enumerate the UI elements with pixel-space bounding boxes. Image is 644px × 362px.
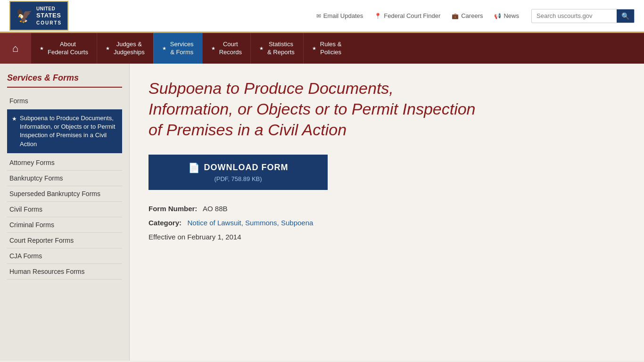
news-icon: 📢 — [494, 13, 501, 19]
nav-item-about-text: About Federal Courts — [48, 41, 88, 57]
nav-home-button[interactable]: ⌂ — [0, 33, 31, 64]
sidebar-link-cja-forms[interactable]: CJA Forms — [7, 248, 122, 264]
top-bar: 🦅 UNITED STATES COURTS ✉ Email Updates 📍… — [0, 0, 644, 33]
form-number-row: Form Number: AO 88B — [149, 202, 625, 216]
download-btn-main: 📄 DOWNLOAD FORM — [188, 162, 289, 173]
nav-item-services-text: Services & Forms — [170, 41, 194, 57]
sidebar-active-item-text: Subpoena to Produce Documents, Informati… — [20, 114, 117, 148]
nav-item-court-records[interactable]: ★ Court Records — [202, 33, 250, 64]
category-label: Category: — [149, 219, 182, 227]
sidebar: Services & Forms Forms ★ Subpoena to Pro… — [0, 64, 130, 361]
nav-item-rules[interactable]: ★ Rules & Policies — [303, 33, 350, 64]
category-link[interactable]: Notice of Lawsuit, Summons, Subpoena — [188, 219, 314, 227]
effective-date: Effective on February 1, 2014 — [149, 233, 241, 241]
news-link[interactable]: 📢 News — [490, 10, 523, 21]
download-form-button[interactable]: 📄 DOWNLOAD FORM (PDF, 758.89 KB) — [149, 155, 328, 190]
nav-bar: ⌂ ★ About Federal Courts ★ Judges & Judg… — [0, 33, 644, 64]
logo-courts: COURTS — [36, 20, 62, 26]
sidebar-link-criminal-forms[interactable]: Criminal Forms — [7, 217, 122, 233]
search-box: 🔍 — [531, 9, 635, 23]
search-input[interactable] — [532, 9, 617, 22]
email-updates-label: Email Updates — [323, 12, 363, 19]
star-icon-judges: ★ — [106, 45, 110, 51]
sidebar-link-bankruptcy-forms[interactable]: Bankruptcy Forms — [7, 171, 122, 186]
star-icon-statistics: ★ — [259, 45, 264, 51]
form-number-value: AO 88B — [203, 205, 228, 213]
nav-item-about[interactable]: ★ About Federal Courts — [31, 33, 97, 64]
search-button[interactable]: 🔍 — [617, 9, 634, 23]
email-updates-link[interactable]: ✉ Email Updates — [313, 10, 367, 21]
logo-area: 🦅 UNITED STATES COURTS — [9, 1, 156, 31]
nav-item-judges-text: Judges & Judgeships — [114, 41, 145, 57]
careers-label: Careers — [461, 12, 483, 19]
category-row: Category: Notice of Lawsuit, Summons, Su… — [149, 216, 625, 230]
federal-court-finder-link[interactable]: 📍 Federal Court Finder — [371, 10, 444, 21]
top-links: ✉ Email Updates 📍 Federal Court Finder 💼… — [313, 9, 635, 23]
news-label: News — [504, 12, 519, 19]
star-icon-rules: ★ — [312, 45, 316, 51]
sidebar-title: Services & Forms — [7, 73, 122, 88]
form-number-label: Form Number: — [149, 205, 197, 213]
logo-text: UNITED STATES COURTS — [36, 6, 62, 26]
sidebar-link-civil-forms[interactable]: Civil Forms — [7, 202, 122, 217]
sidebar-link-attorney-forms[interactable]: Attorney Forms — [7, 155, 122, 171]
document-icon: 📄 — [188, 162, 200, 173]
nav-item-rules-text: Rules & Policies — [320, 41, 342, 57]
star-icon-services: ★ — [162, 45, 166, 51]
main-content: Services & Forms Forms ★ Subpoena to Pro… — [0, 64, 644, 361]
logo-united: UNITED — [36, 6, 62, 12]
content-area: Subpoena to Produce Documents, Informati… — [130, 64, 644, 361]
careers-link[interactable]: 💼 Careers — [448, 10, 487, 21]
nav-item-court-records-text: Court Records — [219, 41, 242, 57]
sidebar-link-human-resources-forms[interactable]: Human Resources Forms — [7, 264, 122, 280]
nav-item-judges[interactable]: ★ Judges & Judgeships — [97, 33, 153, 64]
careers-icon: 💼 — [452, 13, 459, 19]
nav-item-statistics-text: Statistics & Reports — [267, 41, 295, 57]
sidebar-section-label: Forms — [7, 91, 122, 107]
sidebar-link-superseded-bankruptcy-forms[interactable]: Superseded Bankruptcy Forms — [7, 186, 122, 202]
form-meta: Form Number: AO 88B Category: Notice of … — [149, 202, 625, 244]
email-icon: ✉ — [316, 13, 321, 19]
sidebar-active-item[interactable]: ★ Subpoena to Produce Documents, Informa… — [7, 109, 122, 153]
location-icon: 📍 — [374, 13, 381, 19]
star-icon-active: ★ — [12, 115, 17, 123]
download-btn-sub: (PDF, 758.89 KB) — [214, 175, 262, 182]
logo-states: STATES — [36, 12, 62, 20]
effective-date-row: Effective on February 1, 2014 — [149, 230, 625, 244]
eagle-icon: 🦅 — [16, 8, 33, 24]
federal-court-finder-label: Federal Court Finder — [384, 12, 440, 19]
sidebar-link-court-reporter-forms[interactable]: Court Reporter Forms — [7, 233, 122, 248]
page-title: Subpoena to Produce Documents, Informati… — [149, 78, 479, 140]
nav-item-services[interactable]: ★ Services & Forms — [153, 33, 202, 64]
star-icon-about: ★ — [40, 45, 44, 51]
logo: 🦅 UNITED STATES COURTS — [9, 1, 68, 31]
download-btn-label: DOWNLOAD FORM — [204, 163, 289, 173]
star-icon-court-records: ★ — [211, 45, 215, 51]
nav-item-statistics[interactable]: ★ Statistics & Reports — [250, 33, 303, 64]
